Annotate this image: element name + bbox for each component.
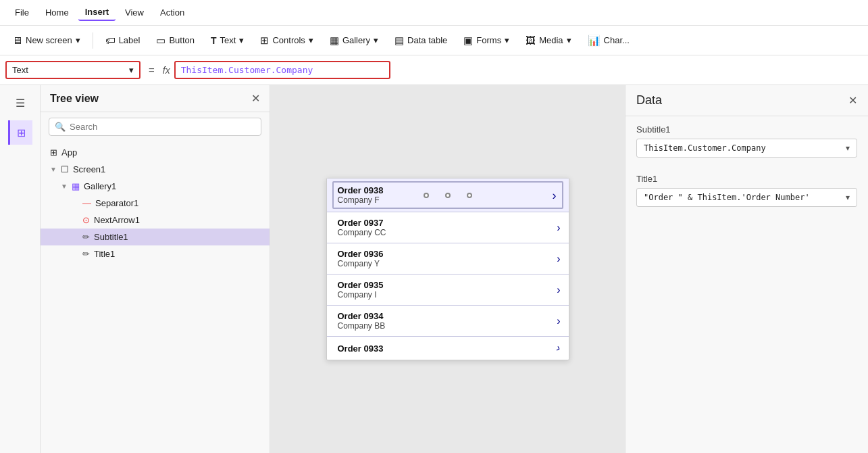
media-button[interactable]: 🖼 Media ▾ bbox=[519, 32, 578, 49]
tree-item-gallery1[interactable]: ▼ ▦ Gallery1 bbox=[41, 178, 270, 195]
fx-indicator: fx bbox=[163, 65, 170, 76]
datatable-btn-label: Data table bbox=[407, 35, 447, 45]
sidebar-layers-icon[interactable]: ⊞ bbox=[8, 120, 32, 145]
gallery1-expand-icon: ▼ bbox=[61, 183, 68, 190]
forms-button[interactable]: ▣ Forms ▾ bbox=[457, 32, 516, 49]
subtitle-dropdown-value: ThisItem.Customer.Company bbox=[644, 143, 766, 153]
text-icon: T bbox=[211, 35, 217, 46]
tree-header: Tree view ✕ bbox=[41, 85, 270, 112]
nextarrow1-icon: ⊙ bbox=[82, 215, 90, 225]
tree-item-subtitle1[interactable]: ✏ Subtitle1 bbox=[41, 229, 270, 245]
gallery-item-text-3: Order 0935 Company I bbox=[338, 280, 552, 300]
arrow-icon-5: › bbox=[555, 342, 562, 355]
new-screen-button[interactable]: 🖥 New screen ▾ bbox=[5, 32, 87, 49]
formula-input[interactable]: ThisItem.Customer.Company bbox=[174, 61, 390, 79]
search-input[interactable] bbox=[70, 122, 255, 132]
charts-button[interactable]: 📊 Char... bbox=[581, 32, 636, 49]
menu-bar: File Home Insert View Action bbox=[0, 0, 868, 26]
left-sidebar: ☰ ⊞ bbox=[0, 85, 41, 453]
text-chevron-icon: ▾ bbox=[239, 35, 244, 45]
main-content: ☰ ⊞ Tree view ✕ 🔍 ⊞ App ▼ ☐ Screen1 bbox=[0, 85, 868, 453]
subtitle-dropdown[interactable]: ThisItem.Customer.Company ▾ bbox=[636, 139, 857, 158]
chevron-down-icon: ▾ bbox=[76, 35, 80, 45]
gallery-item-text-0: Order 0938 Company F bbox=[338, 185, 542, 205]
label-button[interactable]: 🏷 Label bbox=[99, 32, 147, 49]
title1-label: Title1 bbox=[94, 249, 115, 259]
button-icon: ▭ bbox=[156, 34, 165, 47]
button-button[interactable]: ▭ Button bbox=[149, 32, 201, 49]
subtitle1-icon: ✏ bbox=[82, 232, 90, 242]
sidebar-menu-icon[interactable]: ☰ bbox=[8, 91, 32, 115]
tree-close-button[interactable]: ✕ bbox=[251, 92, 260, 105]
menu-action[interactable]: Action bbox=[153, 5, 191, 20]
gallery-list: › Order 0938 Company F Order 0937 Compan… bbox=[327, 178, 569, 360]
search-box: 🔍 bbox=[49, 118, 261, 136]
app-icon: ⊞ bbox=[50, 147, 57, 158]
controls-button[interactable]: ⊞ Controls ▾ bbox=[253, 32, 320, 49]
media-btn-label: Media bbox=[539, 35, 563, 45]
tree-item-title1[interactable]: ✏ Title1 bbox=[41, 245, 270, 262]
gallery-item-title-2: Order 0936 bbox=[338, 249, 552, 259]
subtitle-section: Subtitle1 ThisItem.Customer.Company ▾ bbox=[626, 116, 868, 166]
menu-view[interactable]: View bbox=[118, 5, 151, 20]
gallery-item-4[interactable]: Order 0934 Company BB › bbox=[327, 306, 569, 337]
canvas: › Order 0938 Company F Order 0937 Compan… bbox=[270, 85, 625, 453]
tree-item-nextarrow1[interactable]: ⊙ NextArrow1 bbox=[41, 212, 270, 229]
arrow-icon-selected: › bbox=[553, 188, 557, 202]
label-btn-label: Label bbox=[119, 35, 141, 45]
tree-items: ⊞ App ▼ ☐ Screen1 ▼ ▦ Gallery1 — Separat… bbox=[41, 141, 270, 453]
button-btn-label: Button bbox=[169, 35, 195, 45]
title-dropdown[interactable]: "Order " & ThisItem.'Order Number' ▾ bbox=[636, 188, 857, 207]
gallery-item-subtitle-0: Company F bbox=[338, 195, 542, 205]
text-button[interactable]: T Text ▾ bbox=[204, 32, 251, 49]
gallery-item-title-1: Order 0937 bbox=[338, 218, 552, 228]
new-screen-label: New screen bbox=[26, 35, 72, 45]
title-dropdown-value: "Order " & ThisItem.'Order Number' bbox=[644, 193, 810, 202]
menu-file[interactable]: File bbox=[8, 5, 36, 20]
menu-home[interactable]: Home bbox=[39, 5, 76, 20]
gallery-item-title-3: Order 0935 bbox=[338, 280, 552, 290]
search-icon: 🔍 bbox=[55, 122, 66, 132]
arrow-icon-2: › bbox=[557, 253, 560, 265]
title-chevron-icon: ▾ bbox=[846, 193, 850, 202]
data-header: Data ✕ bbox=[626, 85, 868, 116]
gallery-chevron-icon: ▾ bbox=[374, 35, 378, 45]
tree-item-separator1[interactable]: — Separator1 bbox=[41, 195, 270, 212]
formula-bar: Text ▾ = fx ThisItem.Customer.Company bbox=[0, 55, 868, 85]
data-panel-title: Data bbox=[636, 93, 662, 108]
forms-btn-label: Forms bbox=[476, 35, 501, 45]
gallery-item-subtitle-2: Company Y bbox=[338, 259, 552, 268]
gallery1-icon: ▦ bbox=[72, 181, 80, 191]
property-chevron-icon: ▾ bbox=[129, 65, 134, 75]
gallery-button[interactable]: ▦ Gallery ▾ bbox=[323, 32, 385, 49]
tree-item-screen1[interactable]: ▼ ☐ Screen1 bbox=[41, 161, 270, 178]
tree-title: Tree view bbox=[50, 93, 99, 105]
nextarrow1-label: NextArrow1 bbox=[94, 215, 140, 225]
screen1-expand-icon: ▼ bbox=[50, 166, 57, 173]
gallery-item-1[interactable]: Order 0937 Company CC › bbox=[327, 212, 569, 243]
toolbar: 🖥 New screen ▾ 🏷 Label ▭ Button T Text ▾… bbox=[0, 26, 868, 55]
gallery-item-5[interactable]: Order 0933 › bbox=[327, 337, 569, 360]
datatable-button[interactable]: ▤ Data table bbox=[388, 32, 454, 49]
gallery-item-0[interactable]: › Order 0938 Company F bbox=[327, 178, 569, 212]
gallery-icon: ▦ bbox=[330, 34, 339, 47]
text-btn-label: Text bbox=[220, 35, 236, 45]
menu-insert[interactable]: Insert bbox=[78, 4, 116, 21]
gallery-item-text-2: Order 0936 Company Y bbox=[338, 249, 552, 268]
gallery-item-3[interactable]: Order 0935 Company I › bbox=[327, 275, 569, 306]
property-dropdown[interactable]: Text ▾ bbox=[5, 61, 141, 79]
tree-item-app[interactable]: ⊞ App bbox=[41, 144, 270, 161]
gallery-item-title-5: Order 0933 bbox=[338, 343, 552, 354]
tree-panel: Tree view ✕ 🔍 ⊞ App ▼ ☐ Screen1 ▼ ▦ Gall bbox=[41, 85, 270, 453]
arrow-icon-3: › bbox=[557, 284, 560, 296]
controls-btn-label: Controls bbox=[272, 35, 305, 45]
arrow-icon-4: › bbox=[557, 315, 560, 327]
data-panel-close-button[interactable]: ✕ bbox=[848, 94, 857, 107]
gallery-btn-label: Gallery bbox=[342, 35, 370, 45]
gallery-item-2[interactable]: Order 0936 Company Y › bbox=[327, 243, 569, 275]
charts-icon: 📊 bbox=[588, 34, 601, 47]
gallery-item-subtitle-4: Company BB bbox=[338, 321, 552, 331]
separator1-label: Separator1 bbox=[95, 198, 138, 208]
toolbar-divider bbox=[93, 32, 93, 49]
gallery1-label: Gallery1 bbox=[84, 181, 116, 191]
